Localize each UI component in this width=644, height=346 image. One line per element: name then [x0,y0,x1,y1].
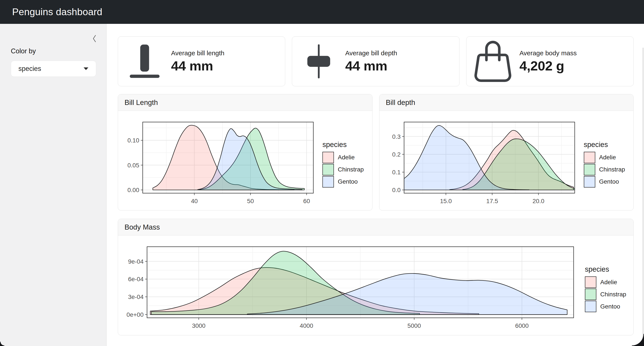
legend-label: Chinstrap [599,166,625,173]
card-header: Bill Length [118,94,372,111]
legend-label: Adelie [599,154,616,161]
color-by-select[interactable]: species [11,61,96,77]
body-mass-card: Body Mass 30004000500060000e+003e-046e-0… [118,219,634,335]
legend-key-swatch [322,176,334,188]
svg-text:6000: 6000 [515,322,528,329]
svg-text:0e+00: 0e+00 [126,311,144,318]
legend-item: Chinstrap [322,164,364,176]
value-box-title: Average bill length [171,49,224,57]
svg-text:40: 40 [191,198,198,205]
legend-title: species [584,140,625,149]
legend-item: Chinstrap [585,289,626,300]
svg-text:6e-04: 6e-04 [128,276,144,282]
svg-text:0.10: 0.10 [128,137,140,144]
legend-items: AdelieChinstrapGentoo [322,152,364,188]
color-by-label: Color by [11,47,96,55]
app-body: Color by species Average bill length 44 … [0,24,644,346]
legend-label: Adelie [338,154,355,161]
legend-title: species [585,265,626,273]
svg-text:5000: 5000 [408,322,421,329]
value-box-body-mass: Average body mass 4,202 g [466,36,634,86]
legend-item: Gentoo [585,301,626,312]
legend-item: Adelie [584,152,625,163]
value-box-row: Average bill length 44 mm Average bill d… [118,36,634,86]
svg-text:3000: 3000 [192,322,206,329]
legend-key-swatch [585,289,596,300]
bill-length-card: Bill Length 4050600.000.050.10 species A… [118,94,372,211]
svg-text:0.00: 0.00 [128,187,140,193]
legend-label: Gentoo [600,303,620,310]
density-plot: 4050600.000.050.10 [121,119,316,207]
handbag-icon [466,41,520,82]
density-plot: 15.017.520.00.00.10.20.3 [382,119,577,207]
value-box-bill-length: Average bill length 44 mm [118,36,285,86]
legend-items: AdelieChinstrapGentoo [585,276,626,312]
body-mass-card-row: Body Mass 30004000500060000e+003e-046e-0… [118,219,634,335]
chevron-left-icon [92,34,97,43]
card-header: Body Mass [118,219,634,235]
svg-text:0.2: 0.2 [392,151,400,158]
value-box-text: Average bill depth 44 mm [345,49,397,74]
caret-down-icon [83,67,88,70]
legend-items: AdelieChinstrapGentoo [584,152,625,188]
app-title: Penguins dashboard [12,6,102,18]
svg-text:3e-04: 3e-04 [128,293,144,300]
svg-text:0.3: 0.3 [392,133,400,140]
card-body: 4050600.000.050.10 species AdelieChinstr… [118,111,372,210]
legend-key-swatch [584,152,595,163]
legend-item: Gentoo [584,176,625,188]
legend-key-swatch [585,276,596,288]
bill-length-plot: 4050600.000.050.10 [121,119,316,208]
card-title: Bill Length [124,98,158,107]
align-bottom-icon [118,43,171,80]
legend-label: Gentoo [599,178,619,185]
legend-key-swatch [584,164,595,176]
value-box-title: Average bill depth [345,49,397,57]
chart-legend: species AdelieChinstrapGentoo [584,140,625,188]
card-body: 15.017.520.00.00.10.20.3 species AdelieC… [380,111,634,210]
legend-label: Adelie [600,279,617,286]
svg-text:0.0: 0.0 [392,187,400,193]
card-title: Body Mass [124,223,160,231]
value-box-value: 44 mm [345,58,397,74]
color-by-select-value: species [18,65,41,73]
chart-legend: species AdelieChinstrapGentoo [322,140,364,188]
card-header: Bill depth [380,94,634,111]
bill-depth-card: Bill depth 15.017.520.00.00.10.20.3 spec… [379,94,634,211]
value-box-text: Average bill length 44 mm [171,49,224,74]
svg-text:4000: 4000 [300,322,313,329]
bill-depth-plot: 15.017.520.00.00.10.20.3 [382,119,577,208]
svg-text:15.0: 15.0 [440,198,452,205]
legend-item: Adelie [322,152,364,163]
app-header: Penguins dashboard [0,0,644,24]
legend-label: Chinstrap [338,166,364,173]
chart-legend: species AdelieChinstrapGentoo [585,265,626,313]
legend-key-swatch [584,176,595,188]
value-box-text: Average body mass 4,202 g [520,49,577,74]
app-root: { "header": { "title": "Penguins dashboa… [0,0,644,346]
legend-item: Chinstrap [584,164,625,176]
svg-text:9e-04: 9e-04 [128,258,144,265]
legend-item: Adelie [585,276,626,288]
card-title: Bill depth [386,98,415,107]
legend-title: species [322,140,364,149]
svg-text:0.1: 0.1 [392,169,400,176]
svg-text:20.0: 20.0 [532,198,544,205]
chart-card-row: Bill Length 4050600.000.050.10 species A… [118,94,634,211]
value-box-value: 44 mm [171,58,224,74]
value-box-title: Average body mass [520,49,577,57]
legend-key-swatch [585,301,596,312]
card-body: 30004000500060000e+003e-046e-049e-04 spe… [118,235,634,335]
svg-text:60: 60 [303,198,310,205]
value-box-bill-depth: Average bill depth 44 mm [292,36,459,86]
body-mass-plot: 30004000500060000e+003e-046e-049e-04 [121,244,578,332]
scrollbar-track[interactable] [642,48,644,346]
align-center-icon [292,43,345,80]
svg-text:0.05: 0.05 [128,162,140,169]
legend-label: Gentoo [338,178,358,185]
legend-key-swatch [322,152,334,163]
legend-key-swatch [322,164,334,176]
legend-label: Chinstrap [600,291,626,298]
sidebar-collapse-button[interactable] [91,33,98,45]
svg-text:17.5: 17.5 [486,198,498,205]
